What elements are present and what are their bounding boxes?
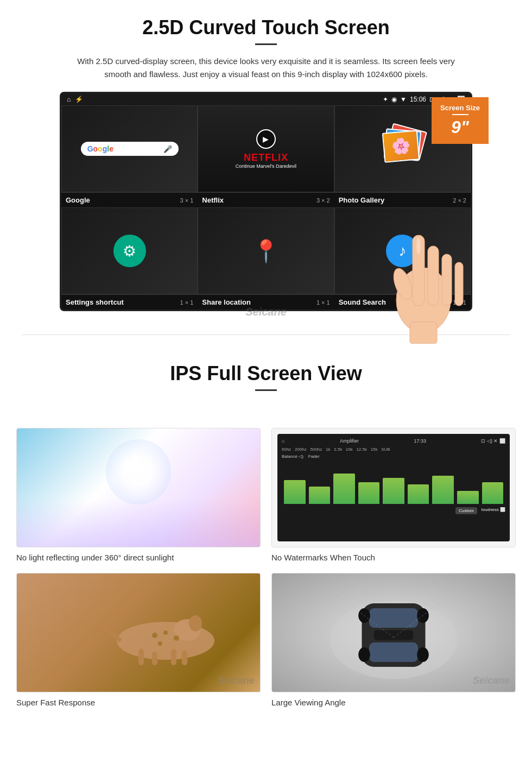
section2-title: IPS Full Screen View (33, 362, 499, 385)
gallery-label-row: Photo Gallery 2 × 2 (334, 192, 471, 207)
netflix-app-cell[interactable]: ▶ NETFLIX Continue Marvel's Daredevil Ne… (198, 105, 334, 207)
app-grid: Google 🎤 Google 3 × 1 (61, 105, 471, 207)
google-label-row: Google 3 × 1 (61, 192, 198, 207)
svg-point-10 (189, 615, 202, 632)
large-angle-image: Seicane (271, 573, 516, 692)
cheetah-svg (57, 592, 220, 673)
svg-point-12 (163, 630, 168, 635)
feature-large-angle: Seicane Large Viewing Angle (271, 573, 516, 707)
settings-app-name: Settings shortcut (66, 298, 124, 306)
screen-size-badge: Screen Size 9" (432, 97, 489, 144)
netflix-play-button[interactable]: ▶ (256, 129, 276, 149)
seicane-watermark-device: Seicane (245, 306, 287, 318)
amp-header: ⌂ Amplifier 17:33 ⊡ ◁) ✕ ⬜ (282, 438, 505, 444)
music-icon-circle: ♪ (386, 235, 419, 267)
svg-rect-18 (182, 651, 187, 665)
feature-fast-response: Seicane Super Fast Response (16, 573, 261, 707)
no-light-image (16, 428, 261, 547)
settings-app-size: 1 × 1 (180, 299, 194, 306)
sun-glow (106, 439, 171, 504)
large-angle-caption: Large Viewing Angle (271, 698, 516, 707)
amp-title: Amplifier (340, 438, 359, 444)
car-top-svg (318, 584, 470, 682)
netflix-app-size: 3 × 2 (316, 197, 330, 204)
eq-bar-8 (457, 491, 479, 504)
settings-icon-circle: ⚙ (113, 235, 146, 267)
amp-controls: Balance ◁) Fader (282, 454, 505, 459)
amp-screen-detail: ⌂ Amplifier 17:33 ⊡ ◁) ✕ ⬜ 60hz 200hz 50… (277, 434, 510, 541)
ips-section: IPS Full Screen View (0, 351, 532, 417)
share-app-name: Share location (202, 298, 251, 306)
fader-label: Fader (308, 454, 320, 459)
svg-rect-22 (369, 642, 418, 662)
device-screen: ⌂ ⚡ ✦ ◉ ▼ 15:06 ⊡ ◁) ✕ ⬜ (60, 92, 472, 311)
balance-label: Balance ◁) (282, 454, 303, 459)
netflix-bg: ▶ NETFLIX Continue Marvel's Daredevil (198, 106, 333, 192)
netflix-figure: ▶ NETFLIX Continue Marvel's Daredevil (198, 106, 333, 192)
eq-bar-3 (333, 474, 355, 504)
google-search-bar[interactable]: Google 🎤 (81, 142, 179, 156)
car-visual: Seicane (272, 573, 515, 692)
share-app-size: 1 × 1 (316, 299, 330, 306)
share-bg: 📍 (198, 208, 333, 294)
google-app-size: 3 × 1 (180, 197, 194, 204)
svg-rect-16 (152, 652, 157, 665)
badge-title: Screen Size (440, 104, 480, 112)
eq-bar-9 (482, 482, 504, 504)
share-app-cell[interactable]: 📍 Share location 1 × 1 (198, 207, 334, 310)
time-display: 15:06 (410, 96, 426, 103)
wifi-icon: ▼ (400, 96, 407, 103)
eq-bar-7 (432, 476, 454, 504)
sky-visual (17, 428, 260, 547)
share-cell-area[interactable]: 📍 (198, 207, 334, 294)
photo-stack: 🌸 (381, 127, 424, 171)
device-mockup: ⌂ ⚡ ✦ ◉ ▼ 15:06 ⊡ ◁) ✕ ⬜ (60, 92, 472, 311)
netflix-label-row: Netflix 3 × 2 (198, 192, 334, 207)
app-grid-row2: ⚙ Settings shortcut 1 × 1 📍 (61, 207, 471, 310)
sound-bg: ♪ (335, 208, 470, 294)
settings-cell-area[interactable]: ⚙ (61, 207, 198, 294)
sound-cell-area[interactable]: ♪ (334, 207, 471, 294)
settings-bg: ⚙ (62, 208, 197, 294)
netflix-cell-area[interactable]: ▶ NETFLIX Continue Marvel's Daredevil (198, 105, 334, 192)
photo-card-3: 🌸 (382, 130, 420, 162)
mic-icon: 🎤 (163, 145, 172, 153)
amp-home-icon: ⌂ (282, 438, 284, 444)
svg-rect-15 (138, 649, 144, 665)
fast-response-image: Seicane (16, 573, 261, 692)
amp-visual: ⌂ Amplifier 17:33 ⊡ ◁) ✕ ⬜ 60hz 200hz 50… (272, 428, 515, 547)
status-bar: ⌂ ⚡ ✦ ◉ ▼ 15:06 ⊡ ◁) ✕ ⬜ (61, 93, 471, 105)
location-icon: ◉ (391, 96, 397, 103)
gallery-app-size: 2 × 2 (453, 197, 466, 204)
amp-time: 17:33 (414, 438, 426, 444)
home-icon: ⌂ (67, 96, 71, 103)
title-divider (255, 43, 277, 45)
sound-app-cell[interactable]: ♪ Sound Search 1 × 1 (334, 207, 471, 310)
section1-description: With 2.5D curved-display screen, this de… (76, 55, 456, 81)
google-cell-area[interactable]: Google 🎤 (61, 105, 198, 192)
settings-app-cell[interactable]: ⚙ Settings shortcut 1 × 1 (61, 207, 198, 310)
maps-icon: 📍 (252, 238, 280, 264)
section1-title: 2.5D Curved Touch Screen (33, 16, 499, 39)
svg-point-14 (158, 641, 162, 646)
bluetooth-icon: ✦ (383, 96, 388, 103)
gallery-app-name: Photo Gallery (339, 196, 385, 204)
badge-size: 9" (451, 117, 469, 137)
status-left: ⌂ ⚡ (67, 96, 83, 103)
amp-freq-labels: 60hz 200hz 500hz 1k 2.5k 10k 12.5k 15k S… (282, 447, 505, 452)
svg-point-27 (417, 647, 429, 662)
flower-icon: 🌸 (391, 137, 411, 156)
cheetah-bg: Seicane (17, 573, 260, 692)
custom-button: Custom (455, 507, 477, 514)
eq-bar-6 (408, 484, 429, 504)
badge-divider (452, 114, 468, 115)
page-divider (22, 335, 510, 335)
netflix-subtitle: Continue Marvel's Daredevil (236, 163, 296, 169)
feature-no-watermark: ⌂ Amplifier 17:33 ⊡ ◁) ✕ ⬜ 60hz 200hz 50… (271, 428, 516, 562)
loudness-toggle: loudness ⬜ (482, 507, 505, 514)
svg-rect-17 (171, 649, 176, 665)
svg-rect-7 (410, 322, 437, 344)
eq-bar-1 (284, 480, 306, 504)
music-note-icon: ♪ (398, 242, 406, 260)
google-app-cell[interactable]: Google 🎤 Google 3 × 1 (61, 105, 198, 207)
